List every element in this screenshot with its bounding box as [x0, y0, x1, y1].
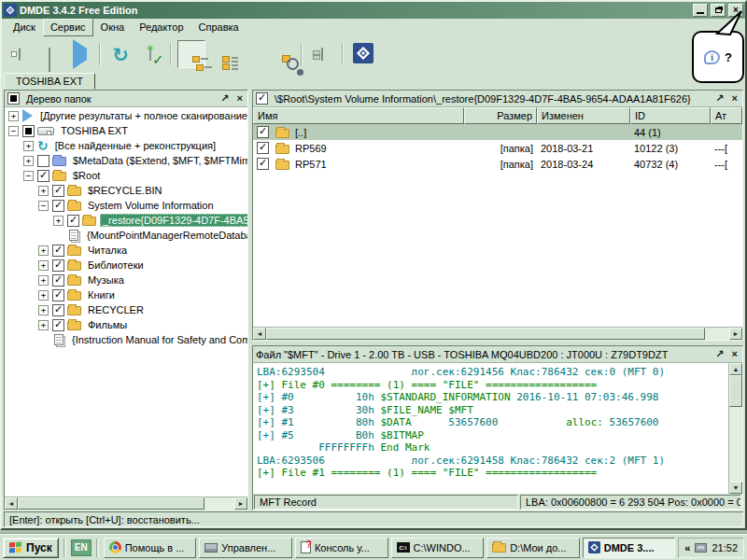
row-checkbox[interactable] [257, 126, 269, 138]
scroll-down-icon[interactable]: ▼ [729, 482, 742, 494]
folder-tree-view[interactable] [177, 40, 205, 68]
tree-item-label[interactable]: Библиотеки [85, 259, 147, 272]
scroll-left-icon[interactable]: ◄ [253, 328, 266, 340]
tree-checkbox[interactable] [52, 289, 64, 301]
scrollbar-thumb[interactable] [266, 328, 705, 340]
dmde-logo-button[interactable] [349, 40, 377, 68]
file-row[interactable]: RP569 [папка] 2018-03-21 10122 (3) ---[ [253, 140, 742, 156]
panel-menu-button[interactable] [7, 92, 20, 105]
panel-path-checkbox[interactable] [256, 92, 268, 105]
tree-checkbox[interactable] [52, 245, 64, 257]
expand-toggle[interactable]: + [38, 186, 49, 196]
tree-item-label[interactable]: Книги [85, 288, 118, 301]
tree-item-label[interactable]: $RECYCLE.BIN [85, 184, 164, 197]
tree-item[interactable]: −System Volume Information [5, 198, 247, 213]
expand-toggle[interactable]: + [38, 290, 49, 301]
taskbar-button-folder[interactable]: D:\Мои до... [486, 538, 580, 558]
editor-panel-close-button[interactable]: × [730, 349, 740, 359]
scrollbar-thumb[interactable] [18, 497, 204, 510]
tree-item[interactable]: +RECYCLER [5, 302, 247, 317]
tree-item[interactable]: +Музыка [5, 273, 247, 287]
tree-panel-maximize-button[interactable]: ↗ [218, 93, 231, 104]
scroll-left-icon[interactable]: ◄ [5, 497, 18, 510]
expand-toggle[interactable]: + [38, 260, 49, 271]
tree-item[interactable]: +$RECYCLE.BIN [5, 183, 247, 198]
menu-4[interactable]: Справка [191, 19, 247, 36]
select-partition[interactable] [35, 40, 63, 68]
tree-item-label[interactable]: [Все найденные + реконструкция] [52, 139, 218, 152]
row-checkbox[interactable] [257, 158, 269, 170]
search-view[interactable] [267, 40, 295, 68]
column-header-0[interactable]: Имя [253, 107, 464, 124]
tree-item-label[interactable]: Музыка [85, 273, 127, 287]
tree-item-label[interactable]: Фильмы [85, 318, 130, 331]
tree-item-label[interactable]: {MountPointManagerRemoteDatabase} [84, 229, 247, 242]
tree-checkbox[interactable] [37, 155, 49, 167]
tree-item[interactable]: +$MetaData ($Extend, $MFT, $MFTMirr) [5, 153, 247, 168]
tree-checkbox[interactable] [52, 304, 64, 316]
scroll-right-icon[interactable]: ► [234, 497, 247, 510]
taskbar-button-chrome[interactable]: Помощь в ... [104, 538, 197, 558]
tree-checkbox[interactable] [52, 259, 64, 272]
expand-toggle[interactable]: − [23, 171, 34, 181]
editor-vertical-scrollbar[interactable]: ▲ ▼ [728, 363, 742, 494]
tree-item-label[interactable]: $Root [70, 169, 103, 182]
mft-record-view[interactable]: LBA:6293504 лог.сек:6291456 Клас:786432 … [253, 363, 728, 494]
open-volume[interactable] [65, 40, 93, 68]
tree-checkbox[interactable] [52, 200, 64, 212]
file-row[interactable]: RP571 [папка] 2018-03-24 40732 (4) ---[ [253, 156, 742, 172]
tree-checkbox[interactable] [22, 125, 35, 137]
tree-item[interactable]: −TOSHIBA EXT [5, 123, 247, 138]
select-disk[interactable] [6, 40, 34, 68]
taskbar-button-doc-help[interactable]: ?Консоль у... [295, 538, 388, 558]
tree-item[interactable]: +↻[Все найденные + реконструкция] [5, 138, 247, 153]
tree-item-label[interactable]: Читалка [85, 244, 130, 257]
file-row[interactable]: [..] 44 (1) [253, 124, 742, 140]
tree-item[interactable]: +Читалка [5, 243, 247, 258]
apply-task[interactable] [136, 40, 164, 68]
scroll-right-icon[interactable]: ► [729, 328, 742, 340]
taskbar-button-dmde[interactable]: DMDE 3.... [583, 538, 676, 558]
tree-item-label[interactable]: $MetaData ($Extend, $MFT, $MFTMirr) [70, 154, 247, 167]
menu-1[interactable]: Сервис [43, 19, 93, 36]
file-panel-maximize-button[interactable]: ↗ [713, 93, 726, 104]
tree-item[interactable]: +[Другие результаты + полное сканировани… [5, 108, 247, 123]
tree-checkbox[interactable] [37, 170, 49, 182]
scroll-up-icon[interactable]: ▲ [729, 363, 742, 375]
expand-toggle[interactable]: + [38, 305, 49, 315]
column-header-1[interactable]: Размер [464, 107, 537, 124]
expand-toggle[interactable]: − [38, 201, 49, 211]
tree-checkbox[interactable] [52, 185, 64, 197]
column-header-4[interactable]: Ат [711, 107, 742, 124]
menu-2[interactable]: Окна [93, 19, 133, 36]
tree-item[interactable]: {Instruction Manual for Safety and Comfo… [5, 332, 247, 347]
expand-toggle[interactable]: + [53, 216, 63, 226]
panels-layout[interactable] [308, 40, 336, 68]
minimize-button[interactable] [693, 4, 708, 17]
taskbar-button-cmd[interactable]: C:\C:\WINDO... [391, 538, 485, 558]
tree-item[interactable]: +Книги [5, 287, 247, 302]
tree-item[interactable]: +_restore{D09F1329-4D7F-4BA5-9654-ADAA1A… [5, 213, 247, 228]
menu-0[interactable]: Диск [6, 19, 43, 36]
column-header-3[interactable]: ID [630, 107, 711, 124]
sector-view[interactable] [237, 40, 265, 68]
file-panel-view[interactable] [207, 40, 235, 68]
tree-item[interactable]: +Библиотеки [5, 258, 247, 273]
file-horizontal-scrollbar[interactable]: ◄ ► [253, 327, 742, 340]
help-balloon[interactable]: i ? [692, 31, 744, 83]
tree-checkbox[interactable] [67, 215, 79, 227]
tree-item[interactable]: {MountPointManagerRemoteDatabase} [5, 228, 247, 243]
tree-item-label[interactable]: System Volume Information [85, 199, 217, 212]
tree-panel-close-button[interactable]: × [235, 93, 245, 104]
tree-item-label[interactable]: [Другие результаты + полное сканирование… [37, 109, 247, 122]
expand-toggle[interactable]: + [23, 156, 34, 166]
tree-item-label[interactable]: RECYCLER [85, 303, 147, 316]
tray-chevron-button[interactable]: « [684, 542, 690, 553]
tree-item[interactable]: −$Root [5, 168, 247, 183]
tree-checkbox[interactable] [52, 319, 64, 331]
menu-3[interactable]: Редактор [132, 19, 190, 36]
tree-horizontal-scrollbar[interactable]: ◄ ► [5, 497, 247, 510]
tab-toshiba-ext[interactable]: TOSHIBA EXT [4, 73, 95, 90]
refresh[interactable]: ↻ [106, 40, 134, 68]
expand-toggle[interactable]: + [38, 245, 49, 256]
